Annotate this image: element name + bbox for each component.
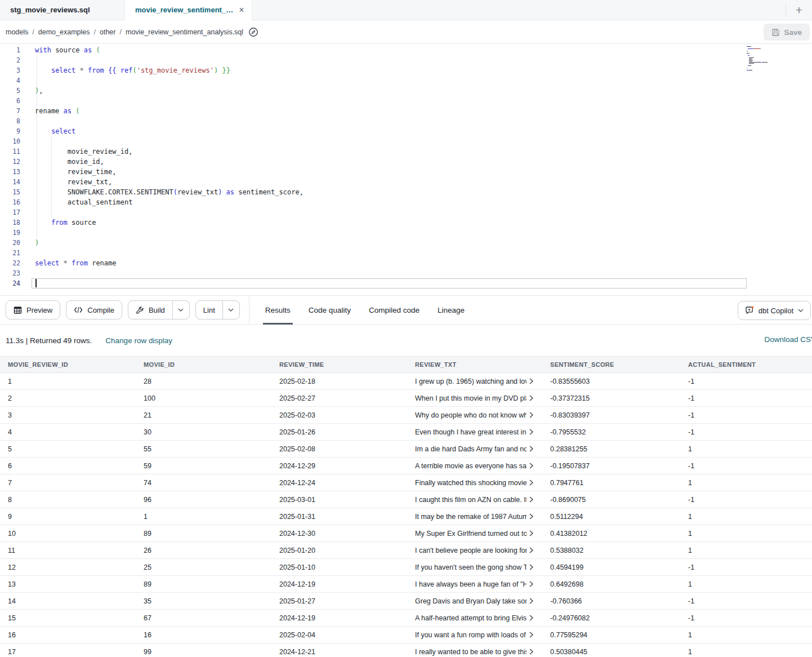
review-text: Finally watched this shocking movie la… [415, 479, 527, 487]
code-line[interactable]: 4 [0, 76, 812, 86]
code-line[interactable]: 14 review_txt, [0, 177, 812, 187]
expand-row-chevron-icon[interactable] [529, 463, 533, 469]
dbt-copilot-button[interactable]: dbt Copilot [738, 301, 811, 320]
table-cell: 1 [680, 474, 812, 491]
table-cell: 89 [136, 525, 271, 541]
tab-lineage[interactable]: Lineage [429, 296, 474, 325]
review-text: I have always been a huge fan of "Hom… [415, 580, 527, 588]
editor-tab[interactable]: movie_review_sentiment_…× [125, 0, 252, 20]
compass-icon[interactable] [248, 27, 258, 37]
breadcrumb-part[interactable]: models [6, 28, 28, 36]
breadcrumb-part[interactable]: demo_examples [38, 28, 90, 36]
tab-results[interactable]: Results [256, 296, 300, 325]
code-line[interactable]: 10 [0, 136, 812, 147]
review-text: It may be the remake of 1987 Autumn'… [415, 513, 527, 521]
table-cell: A terrible movie as everyone has said. … [407, 458, 542, 474]
table-cell: 3 [0, 407, 136, 423]
new-tab-button[interactable]: + [786, 0, 812, 20]
download-csv-link[interactable]: Download CSV [764, 335, 812, 344]
code-line[interactable]: 24 [0, 278, 812, 288]
code-line[interactable]: 8 [0, 116, 812, 126]
code-line[interactable]: 23 [0, 268, 812, 278]
tab-label: stg_movie_reviews.sql [10, 6, 90, 14]
code-line[interactable]: 18 from source [0, 217, 812, 228]
code-line[interactable]: 15 SNOWFLAKE.CORTEX.SENTIMENT(review_txt… [0, 187, 812, 197]
expand-row-chevron-icon[interactable] [529, 615, 533, 621]
expand-row-chevron-icon[interactable] [529, 547, 533, 553]
build-dropdown-button[interactable] [172, 301, 189, 319]
table-row: 6592024-12-29A terrible movie as everyon… [0, 458, 812, 474]
preview-button[interactable]: Preview [6, 300, 60, 319]
chevron-down-icon [798, 309, 804, 312]
expand-row-chevron-icon[interactable] [529, 581, 533, 587]
tab-code-quality[interactable]: Code quality [300, 296, 360, 325]
column-header[interactable]: ACTUAL_SENTIMENT [680, 357, 812, 372]
code-text [20, 55, 35, 65]
lint-button[interactable]: Lint [196, 301, 222, 319]
table-cell: I have always been a huge fan of "Hom… [407, 576, 542, 592]
code-line[interactable]: 19 [0, 228, 812, 238]
table-header-row: MOVIE_REVIEW_IDMOVIE_IDREVIEW_TIMEREVIEW… [0, 356, 812, 373]
expand-row-chevron-icon[interactable] [529, 513, 533, 520]
line-number: 15 [0, 187, 20, 197]
copilot-icon [745, 306, 754, 315]
result-tabs: ResultsCode qualityCompiled codeLineage [256, 296, 474, 325]
code-line[interactable]: 5), [0, 86, 812, 96]
expand-row-chevron-icon[interactable] [529, 496, 533, 503]
file-header-row: models/demo_examples/other/movie_review_… [0, 20, 812, 44]
code-text [20, 116, 35, 126]
column-header[interactable]: MOVIE_ID [136, 357, 271, 372]
table-cell: 2024-12-30 [271, 525, 407, 541]
line-number: 9 [0, 126, 20, 136]
change-row-display-link[interactable]: Change row display [105, 336, 172, 345]
expand-row-chevron-icon[interactable] [529, 598, 533, 604]
expand-row-chevron-icon[interactable] [529, 480, 533, 486]
build-label: Build [149, 306, 165, 314]
editor-tab[interactable]: stg_movie_reviews.sql [0, 0, 125, 20]
code-line[interactable]: 22select * from rename [0, 258, 812, 268]
expand-row-chevron-icon[interactable] [529, 530, 533, 536]
code-line[interactable]: 16 actual_sentiment [0, 197, 812, 207]
expand-row-chevron-icon[interactable] [529, 649, 533, 655]
save-button[interactable]: Save [764, 24, 810, 41]
column-header[interactable]: REVIEW_TXT [407, 357, 542, 372]
code-editor[interactable]: 1with source as (23 select * from {{ ref… [0, 44, 812, 295]
breadcrumb-part[interactable]: movie_review_sentiment_analysis.sql [126, 28, 243, 36]
tab-compiled-code[interactable]: Compiled code [360, 296, 429, 325]
expand-row-chevron-icon[interactable] [529, 632, 533, 638]
expand-row-chevron-icon[interactable] [529, 395, 533, 401]
code-line[interactable]: 13 review_time, [0, 167, 812, 177]
editor-minimap[interactable] [747, 46, 787, 73]
table-cell: 13 [0, 576, 136, 592]
expand-row-chevron-icon[interactable] [529, 446, 533, 452]
code-line[interactable]: 9 select [0, 126, 812, 136]
breadcrumb-part[interactable]: other [100, 28, 116, 36]
code-line[interactable]: 7rename as ( [0, 106, 812, 116]
column-header[interactable]: SENTIMENT_SCORE [542, 357, 680, 372]
expand-row-chevron-icon[interactable] [529, 429, 533, 435]
code-line[interactable]: 17 [0, 207, 812, 217]
code-line[interactable]: 12 movie_id, [0, 157, 812, 167]
line-number: 16 [0, 197, 20, 207]
column-header[interactable]: REVIEW_TIME [271, 357, 407, 372]
code-line[interactable]: 20) [0, 238, 812, 248]
code-line[interactable]: 1with source as ( [0, 45, 812, 55]
column-header[interactable]: MOVIE_REVIEW_ID [0, 357, 136, 372]
lint-dropdown-button[interactable] [222, 301, 239, 319]
expand-row-chevron-icon[interactable] [529, 378, 533, 384]
code-line[interactable]: 21 [0, 248, 812, 258]
table-cell: 0.41382012 [542, 525, 680, 541]
code-line[interactable]: 6 [0, 96, 812, 106]
expand-row-chevron-icon[interactable] [529, 412, 533, 418]
close-icon[interactable]: × [239, 6, 244, 15]
code-line[interactable]: 3 select * from {{ ref('stg_movie_review… [0, 65, 812, 76]
table-cell: 2025-01-27 [271, 593, 407, 609]
review-text: If you haven't seen the gong show TV s… [415, 563, 527, 571]
table-cell: 1 [680, 643, 812, 657]
build-button[interactable]: Build [128, 301, 172, 319]
code-line[interactable]: 2 [0, 55, 812, 65]
table-cell: A half-hearted attempt to bring Elvis P… [407, 610, 542, 626]
expand-row-chevron-icon[interactable] [529, 564, 533, 570]
compile-button[interactable]: Compile [66, 300, 122, 319]
code-line[interactable]: 11 movie_review_id, [0, 147, 812, 157]
